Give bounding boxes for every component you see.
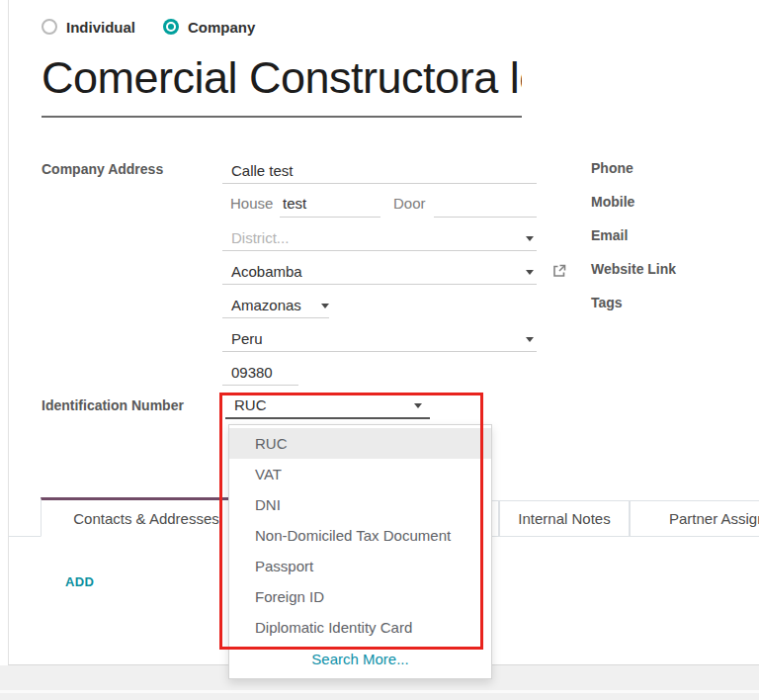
individual-radio-label[interactable]: Individual — [66, 19, 135, 36]
email-label: Email — [591, 227, 628, 243]
country-value: Peru — [231, 330, 263, 347]
tab-label: Internal Notes — [518, 510, 610, 527]
search-more-link[interactable]: Search More... — [229, 643, 491, 675]
street-input[interactable]: Calle test — [222, 158, 537, 184]
city-select[interactable]: Acobamba — [222, 259, 537, 285]
title-underline — [42, 116, 522, 118]
tab-internal-notes[interactable]: Internal Notes — [499, 500, 630, 537]
dropdown-item-foreign-id[interactable]: Foreign ID — [229, 581, 491, 612]
tab-partner-assignment[interactable]: Partner Assignm — [630, 500, 759, 537]
external-link-icon[interactable] — [551, 263, 567, 279]
tab-label: Partner Assignm — [669, 510, 759, 527]
add-button[interactable]: ADD — [65, 574, 94, 589]
chevron-down-icon — [321, 304, 329, 308]
house-input[interactable]: test — [280, 192, 380, 218]
dropdown-item-diplomatic[interactable]: Diplomatic Identity Card — [229, 612, 491, 643]
state-value: Amazonas — [231, 297, 301, 313]
zip-value: 09380 — [231, 364, 273, 381]
dropdown-item-passport[interactable]: Passport — [229, 551, 491, 581]
dropdown-item-ruc[interactable]: RUC — [229, 428, 491, 459]
house-door-row: House test Door — [222, 192, 537, 218]
company-type-selector: Individual Company — [42, 18, 255, 36]
website-link-label: Website Link — [591, 261, 676, 277]
identification-number-label: Identification Number — [42, 397, 184, 413]
street-value: Calle test — [231, 162, 294, 179]
identification-type-dropdown: RUC VAT DNI Non-Domiciled Tax Document P… — [228, 424, 492, 679]
identification-type-select[interactable]: RUC — [225, 393, 430, 419]
identification-type-value: RUC — [234, 396, 267, 413]
company-address-label: Company Address — [42, 161, 163, 177]
house-label: House — [230, 195, 273, 212]
state-select[interactable]: Amazonas — [222, 293, 329, 318]
district-select[interactable]: District... — [222, 225, 537, 251]
tags-label: Tags — [591, 295, 623, 310]
zip-input[interactable]: 09380 — [222, 360, 298, 386]
chevron-down-icon — [526, 337, 534, 342]
chevron-down-icon — [526, 270, 534, 275]
dropdown-item-dni[interactable]: DNI — [229, 489, 491, 520]
company-radio[interactable] — [163, 19, 179, 35]
tab-label: Contacts & Addresses — [73, 510, 219, 527]
mobile-label: Mobile — [591, 194, 634, 210]
chevron-down-icon — [414, 403, 422, 408]
sheet-left-border — [8, 0, 9, 664]
dropdown-item-vat[interactable]: VAT — [229, 459, 491, 489]
tab-contacts-addresses[interactable]: Contacts & Addresses — [41, 497, 252, 537]
phone-label: Phone — [591, 160, 633, 176]
dropdown-item-non-domiciled[interactable]: Non-Domiciled Tax Document — [229, 520, 491, 551]
country-select[interactable]: Peru — [222, 326, 537, 352]
district-placeholder: District... — [231, 229, 289, 246]
individual-radio[interactable] — [42, 19, 57, 35]
page-background-line — [0, 690, 759, 693]
door-label: Door — [393, 195, 426, 212]
door-input[interactable] — [434, 192, 537, 218]
partner-name-input[interactable]: Comercial Constructora lo — [42, 52, 522, 108]
company-radio-label[interactable]: Company — [188, 19, 255, 36]
chevron-down-icon — [526, 236, 534, 241]
city-value: Acobamba — [231, 263, 302, 280]
